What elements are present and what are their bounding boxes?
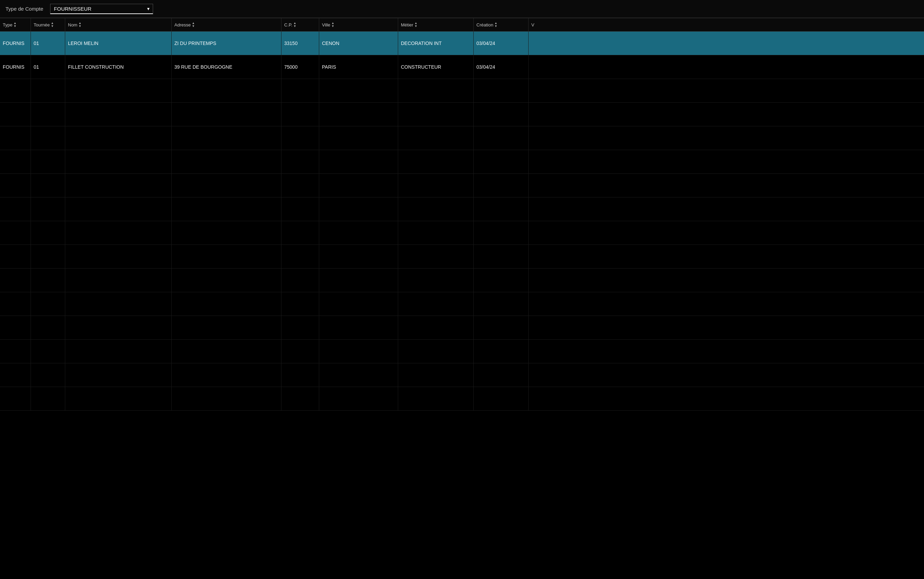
col-ville[interactable]: Ville ▲▼	[319, 18, 398, 31]
table-row[interactable]	[0, 126, 924, 150]
cell-cp: 33150	[281, 32, 319, 55]
cell-tournee: 01	[31, 55, 65, 79]
cell-creation: 03/04/24	[473, 55, 529, 79]
col-cp[interactable]: C.P. ▲▼	[281, 18, 319, 31]
cell-type: FOURNIS	[0, 55, 31, 79]
metier-line1: CONSTRUCTEUR	[401, 64, 441, 70]
cell-tournee: 01	[31, 32, 65, 55]
data-table: Type ▲▼ Tournée ▲▼ Nom ▲▼ Adresse ▲▼ C.P…	[0, 18, 924, 411]
table-row[interactable]	[0, 150, 924, 174]
table-row[interactable]	[0, 198, 924, 221]
col-cp-label: C.P.	[284, 22, 292, 28]
top-bar: Type de Compte FOURNISSEUR ▼	[0, 0, 924, 18]
col-creation-label: Création	[477, 22, 493, 28]
col-tournee-label: Tournée	[34, 22, 50, 28]
table-row[interactable]: FOURNIS 01 LEROI MELIN ZI DU PRINTEMPS 3…	[0, 32, 924, 55]
sort-ville-icon: ▲▼	[331, 21, 334, 28]
sort-adresse-icon: ▲▼	[192, 21, 195, 28]
table-row[interactable]	[0, 363, 924, 387]
type-label: Type de Compte	[5, 6, 43, 11]
cell-v	[529, 32, 549, 55]
table-row[interactable]	[0, 316, 924, 340]
table-row[interactable]	[0, 245, 924, 268]
col-nom[interactable]: Nom ▲▼	[65, 18, 171, 31]
sort-cp-icon: ▲▼	[294, 21, 297, 28]
metier-line1: DECORATION INT	[401, 41, 442, 46]
col-tournee[interactable]: Tournée ▲▼	[31, 18, 65, 31]
table-row[interactable]: FOURNIS 01 FILLET CONSTRUCTION 39 RUE DE…	[0, 55, 924, 79]
table-row[interactable]	[0, 292, 924, 316]
cell-nom: FILLET CONSTRUCTION	[65, 55, 171, 79]
sort-tournee-icon: ▲▼	[51, 21, 54, 28]
sort-creation-icon: ▲▼	[494, 21, 497, 28]
cell-metier: CONSTRUCTEUR	[398, 55, 473, 79]
cell-type: FOURNIS	[0, 32, 31, 55]
col-v-label: V	[531, 22, 534, 28]
cell-cp: 75000	[281, 55, 319, 79]
col-nom-label: Nom	[68, 22, 77, 28]
cell-ville: CENON	[319, 32, 398, 55]
type-select[interactable]: FOURNISSEUR	[50, 4, 153, 14]
cell-nom: LEROI MELIN	[65, 32, 171, 55]
col-adresse[interactable]: Adresse ▲▼	[171, 18, 281, 31]
type-select-wrapper[interactable]: FOURNISSEUR ▼	[50, 4, 153, 14]
col-type-label: Type	[3, 22, 12, 28]
col-v[interactable]: V	[529, 18, 549, 31]
col-creation[interactable]: Création ▲▼	[473, 18, 529, 31]
table-row[interactable]	[0, 79, 924, 103]
table-row[interactable]	[0, 340, 924, 363]
cell-v	[529, 55, 549, 79]
table-row[interactable]	[0, 103, 924, 126]
cell-ville: PARIS	[319, 55, 398, 79]
table-row[interactable]	[0, 174, 924, 198]
cell-metier: DECORATION INT	[398, 32, 473, 55]
table-header: Type ▲▼ Tournée ▲▼ Nom ▲▼ Adresse ▲▼ C.P…	[0, 18, 924, 32]
col-metier-label: Métier	[401, 22, 413, 28]
table-row[interactable]	[0, 387, 924, 411]
cell-creation: 03/04/24	[473, 32, 529, 55]
sort-nom-icon: ▲▼	[78, 21, 82, 28]
table-row[interactable]	[0, 268, 924, 292]
sort-type-icon: ▲▼	[13, 21, 16, 28]
table-body: FOURNIS 01 LEROI MELIN ZI DU PRINTEMPS 3…	[0, 32, 924, 411]
cell-adresse: 39 RUE DE BOURGOGNE	[171, 55, 281, 79]
cell-adresse: ZI DU PRINTEMPS	[171, 32, 281, 55]
sort-metier-icon: ▲▼	[414, 21, 417, 28]
col-metier[interactable]: Métier ▲▼	[398, 18, 473, 31]
col-ville-label: Ville	[322, 22, 330, 28]
table-row[interactable]	[0, 221, 924, 245]
col-type[interactable]: Type ▲▼	[0, 18, 31, 31]
col-adresse-label: Adresse	[175, 22, 191, 28]
